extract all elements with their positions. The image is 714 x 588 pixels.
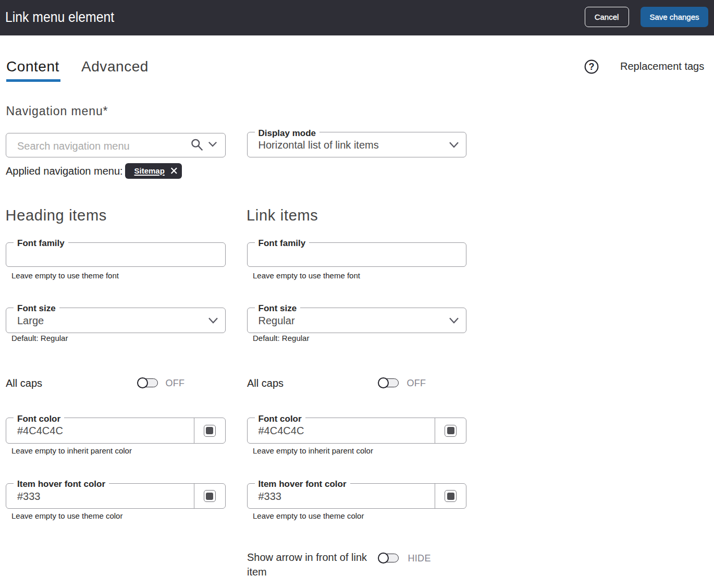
svg-text:?: ? — [589, 62, 595, 72]
